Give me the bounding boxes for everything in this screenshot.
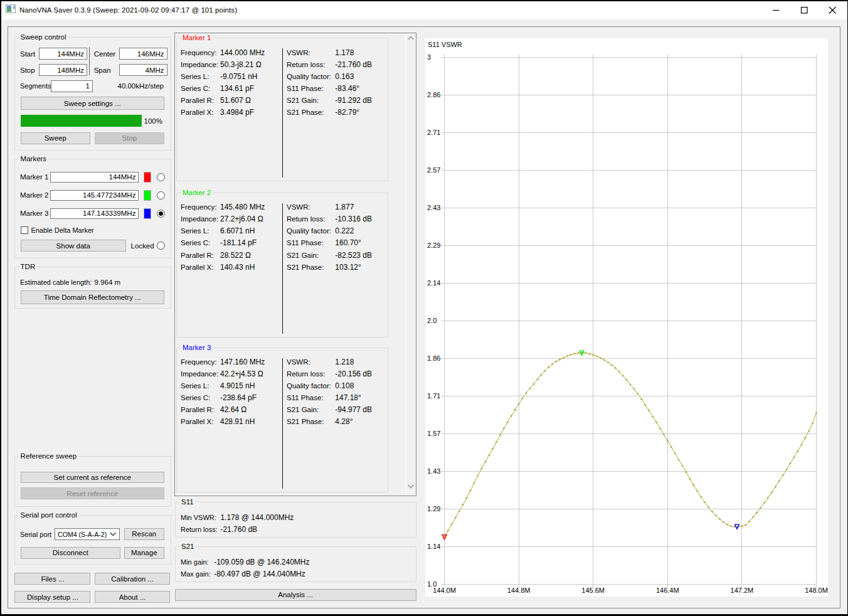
- svg-text:3: 3: [427, 53, 431, 61]
- svg-text:144.0M: 144.0M: [433, 587, 456, 594]
- svg-text:2.29: 2.29: [427, 242, 440, 249]
- svg-text:2.0: 2.0: [427, 317, 437, 324]
- svg-text:1.86: 1.86: [427, 354, 440, 362]
- svg-text:1.29: 1.29: [427, 505, 440, 512]
- svg-text:1.14: 1.14: [427, 543, 440, 550]
- svg-text:2.71: 2.71: [427, 129, 440, 136]
- svg-text:144.8M: 144.8M: [507, 587, 531, 594]
- svg-text:1.71: 1.71: [427, 392, 440, 400]
- svg-text:145.6M: 145.6M: [581, 587, 605, 594]
- svg-text:2.14: 2.14: [427, 279, 440, 287]
- svg-text:147.2M: 147.2M: [731, 587, 754, 594]
- svg-text:2.43: 2.43: [427, 204, 440, 211]
- svg-text:S11 VSWR: S11 VSWR: [428, 41, 462, 48]
- svg-text:1.43: 1.43: [427, 467, 440, 475]
- svg-text:2.57: 2.57: [427, 166, 440, 174]
- svg-text:2.86: 2.86: [427, 91, 440, 98]
- svg-text:148.0M: 148.0M: [805, 587, 828, 594]
- svg-text:1.57: 1.57: [427, 430, 440, 437]
- svg-text:146.4M: 146.4M: [656, 587, 679, 594]
